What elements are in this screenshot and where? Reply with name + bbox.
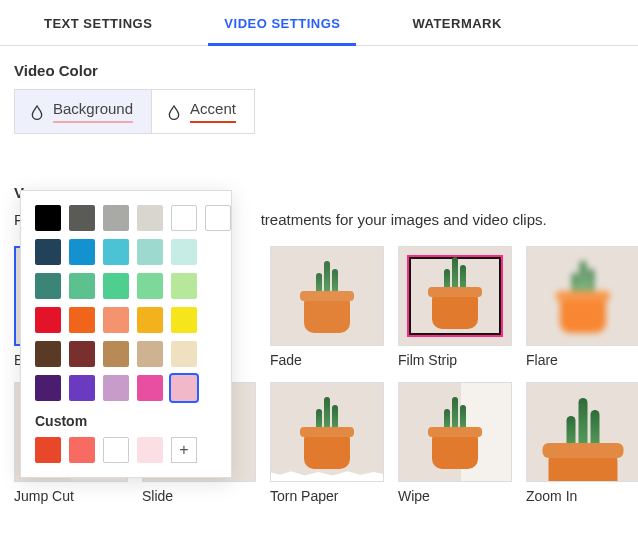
- add-custom-color-button[interactable]: +: [171, 437, 197, 463]
- style-card-tornpaper: Torn Paper: [270, 382, 384, 504]
- tab-watermark[interactable]: WATERMARK: [376, 0, 537, 45]
- droplet-icon: [29, 104, 45, 120]
- color-swatch[interactable]: [137, 205, 163, 231]
- custom-color-row: +: [35, 437, 217, 463]
- color-swatch[interactable]: [171, 375, 197, 401]
- color-swatch[interactable]: [35, 307, 61, 333]
- color-swatch[interactable]: [137, 375, 163, 401]
- color-swatch[interactable]: [69, 375, 95, 401]
- style-label: Fade: [270, 352, 384, 368]
- color-swatch[interactable]: [137, 307, 163, 333]
- color-swatch[interactable]: [69, 205, 95, 231]
- color-swatch[interactable]: [103, 341, 129, 367]
- video-color-label: Video Color: [14, 62, 624, 79]
- color-swatch[interactable]: [35, 205, 61, 231]
- style-thumb-zoomin[interactable]: [526, 382, 638, 482]
- color-swatch[interactable]: [171, 205, 197, 231]
- color-swatch[interactable]: [69, 341, 95, 367]
- swatch-grid: [35, 205, 217, 401]
- style-card-wipe: Wipe: [398, 382, 512, 504]
- style-thumb-fade[interactable]: [270, 246, 384, 346]
- tab-text-settings[interactable]: TEXT SETTINGS: [8, 0, 188, 45]
- custom-colors-label: Custom: [35, 413, 217, 429]
- color-swatch[interactable]: [103, 307, 129, 333]
- background-color-button[interactable]: Background: [15, 90, 151, 133]
- style-label: Flare: [526, 352, 638, 368]
- style-label: Slide: [142, 488, 256, 504]
- color-swatch[interactable]: [171, 341, 197, 367]
- style-label: Torn Paper: [270, 488, 384, 504]
- color-swatch[interactable]: [103, 273, 129, 299]
- color-swatch[interactable]: [35, 341, 61, 367]
- color-swatch[interactable]: [35, 375, 61, 401]
- style-thumb-filmstrip[interactable]: [398, 246, 512, 346]
- style-card-flare: Flare: [526, 246, 638, 368]
- background-underline-swatch: [53, 121, 133, 123]
- color-swatch[interactable]: [137, 239, 163, 265]
- style-label: Jump Cut: [14, 488, 128, 504]
- tabs: TEXT SETTINGS VIDEO SETTINGS WATERMARK: [0, 0, 638, 46]
- color-swatch[interactable]: [103, 239, 129, 265]
- content: Video Color Background Accent V Pxxxxxxx…: [0, 46, 638, 504]
- tab-video-settings[interactable]: VIDEO SETTINGS: [188, 0, 376, 45]
- color-swatch[interactable]: [35, 273, 61, 299]
- custom-color-swatch[interactable]: [103, 437, 129, 463]
- color-swatch[interactable]: [69, 239, 95, 265]
- custom-color-swatch[interactable]: [137, 437, 163, 463]
- color-swatch[interactable]: [103, 375, 129, 401]
- custom-color-swatch[interactable]: [69, 437, 95, 463]
- color-swatch[interactable]: [137, 273, 163, 299]
- style-label: Film Strip: [398, 352, 512, 368]
- style-card-zoomin: Zoom In: [526, 382, 638, 504]
- color-swatch[interactable]: [171, 307, 197, 333]
- custom-color-swatch[interactable]: [35, 437, 61, 463]
- style-card-filmstrip: Film Strip: [398, 246, 512, 368]
- color-swatch[interactable]: [103, 205, 129, 231]
- color-swatch[interactable]: [137, 341, 163, 367]
- style-thumb-flare[interactable]: [526, 246, 638, 346]
- color-picker-popover: Custom +: [20, 190, 232, 478]
- style-label: Wipe: [398, 488, 512, 504]
- style-label: Zoom In: [526, 488, 638, 504]
- color-swatch[interactable]: [205, 205, 231, 231]
- accent-underline-swatch: [190, 121, 236, 123]
- droplet-icon: [166, 104, 182, 120]
- color-swatch[interactable]: [35, 239, 61, 265]
- background-color-label: Background: [53, 100, 133, 117]
- style-thumb-tornpaper[interactable]: [270, 382, 384, 482]
- color-swatch[interactable]: [171, 273, 197, 299]
- color-swatch[interactable]: [69, 273, 95, 299]
- accent-color-button[interactable]: Accent: [151, 90, 254, 133]
- style-thumb-wipe[interactable]: [398, 382, 512, 482]
- color-swatch[interactable]: [69, 307, 95, 333]
- color-swatch[interactable]: [171, 239, 197, 265]
- color-mode-toggle: Background Accent: [14, 89, 255, 134]
- accent-color-label: Accent: [190, 100, 236, 117]
- style-card-fade: Fade: [270, 246, 384, 368]
